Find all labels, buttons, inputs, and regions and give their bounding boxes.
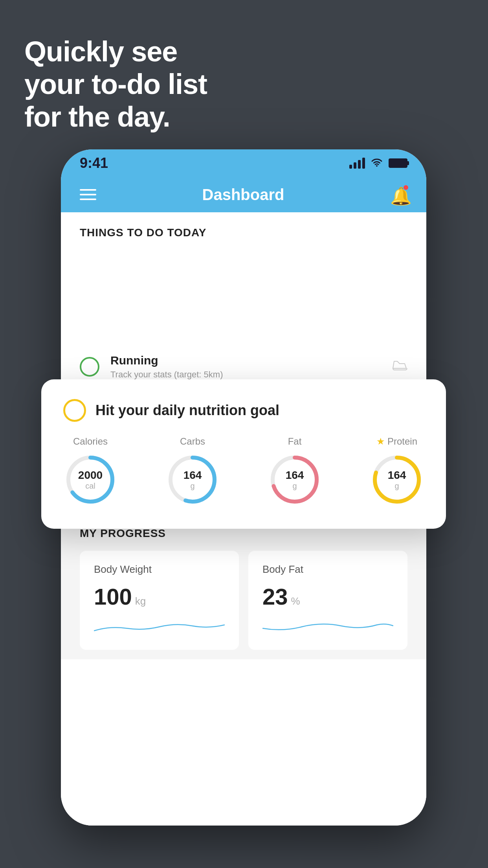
todo-subtitle-running: Track your stats (target: 5km) <box>110 370 381 380</box>
body-weight-chart <box>94 616 225 636</box>
progress-section: MY PROGRESS Body Weight 100 kg Body Fat <box>61 511 426 659</box>
stat-fat: Fat 164 g <box>268 436 322 507</box>
todo-text-running: Running Track your stats (target: 5km) <box>110 354 381 380</box>
progress-section-title: MY PROGRESS <box>80 527 407 540</box>
fat-ring: 164 g <box>268 452 322 507</box>
protein-ring: 164 g <box>370 452 424 507</box>
fat-label: Fat <box>288 436 302 447</box>
nutrition-card-title: Hit your daily nutrition goal <box>95 402 279 419</box>
bell-icon: 🔔 <box>390 186 412 206</box>
stat-carbs: Carbs 164 g <box>165 436 220 507</box>
calories-value: 2000 <box>78 469 103 482</box>
body-weight-value: 100 <box>94 583 132 610</box>
stat-calories: Calories 2000 cal <box>63 436 117 507</box>
protein-label-row: ★ Protein <box>376 436 417 447</box>
battery-icon <box>389 158 407 168</box>
nutrition-card-header: Hit your daily nutrition goal <box>63 399 424 422</box>
body-fat-value: 23 <box>262 583 288 610</box>
fat-value: 164 <box>286 469 304 482</box>
status-bar: 9:41 <box>61 149 426 177</box>
protein-star-icon: ★ <box>376 436 385 447</box>
body-weight-label: Body Weight <box>94 563 225 576</box>
card-spacer <box>61 247 426 341</box>
nutrition-check-circle <box>63 399 86 422</box>
todo-title-running: Running <box>110 354 381 367</box>
protein-value: 164 <box>388 469 406 482</box>
nav-bar: Dashboard 🔔 <box>61 177 426 212</box>
status-icons <box>349 157 407 169</box>
notifications-button[interactable]: 🔔 <box>390 186 407 203</box>
notification-badge <box>403 184 409 191</box>
progress-cards: Body Weight 100 kg Body Fat 23 % <box>80 551 407 650</box>
headline: Quickly see your to-do list for the day. <box>24 35 207 133</box>
section-title-today: THINGS TO DO TODAY <box>80 226 206 239</box>
body-fat-card[interactable]: Body Fat 23 % <box>248 551 407 650</box>
carbs-value: 164 <box>183 469 202 482</box>
calories-ring: 2000 cal <box>63 452 117 507</box>
section-header: THINGS TO DO TODAY <box>61 212 426 247</box>
status-time: 9:41 <box>80 155 108 171</box>
carbs-label: Carbs <box>180 436 205 447</box>
menu-button[interactable] <box>80 189 96 200</box>
body-weight-value-row: 100 kg <box>94 583 225 610</box>
shoe-icon <box>392 359 407 375</box>
body-weight-unit: kg <box>135 595 146 607</box>
carbs-unit: g <box>183 482 202 491</box>
nutrition-card: Hit your daily nutrition goal Calories 2… <box>41 379 446 529</box>
calories-label: Calories <box>73 436 108 447</box>
wifi-icon <box>371 157 383 169</box>
protein-label: Protein <box>387 436 417 447</box>
carbs-ring: 164 g <box>165 452 220 507</box>
calories-unit: cal <box>78 482 103 491</box>
nutrition-stats: Calories 2000 cal Carbs <box>63 436 424 507</box>
body-fat-value-row: 23 % <box>262 583 393 610</box>
todo-circle-running <box>80 357 99 377</box>
protein-unit: g <box>388 482 406 491</box>
body-fat-unit: % <box>291 595 300 607</box>
fat-unit: g <box>286 482 304 491</box>
stat-protein: ★ Protein 164 g <box>370 436 424 507</box>
body-fat-chart <box>262 616 393 636</box>
signal-icon <box>349 158 365 169</box>
body-weight-card[interactable]: Body Weight 100 kg <box>80 551 239 650</box>
nav-title: Dashboard <box>202 186 284 204</box>
body-fat-label: Body Fat <box>262 563 393 576</box>
